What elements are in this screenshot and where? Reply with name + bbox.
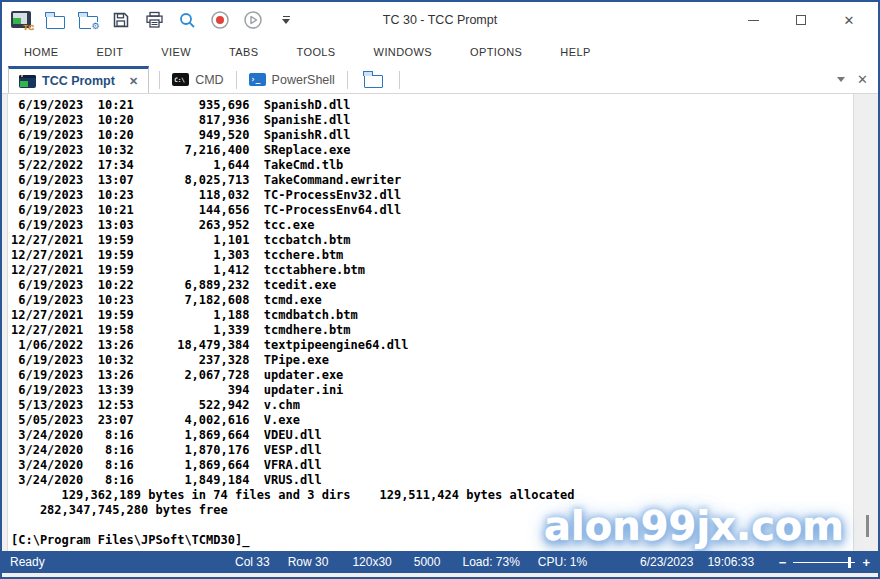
- new-tab-button[interactable]: [348, 66, 399, 93]
- zoom-slider: − +: [779, 556, 870, 569]
- zoom-out-button[interactable]: −: [779, 556, 787, 569]
- window-bottom-strip: [2, 573, 878, 577]
- tab-cmd[interactable]: C:\ CMD: [160, 66, 235, 93]
- statusbar: Ready Col 33 Row 30 120x30 5000 Load: 73…: [2, 551, 878, 573]
- tcmd-app-icon[interactable]: TC: [10, 9, 34, 31]
- tcc-window: TC ⚙ TC 30 - TCC Prompt: [0, 0, 880, 579]
- menu-edit[interactable]: EDIT: [97, 46, 124, 58]
- quick-access-toolbar: TC ⚙: [2, 9, 298, 31]
- titlebar: TC ⚙ TC 30 - TCC Prompt: [2, 2, 878, 38]
- new-tab-folder-icon: [364, 75, 383, 88]
- find-icon[interactable]: [175, 9, 199, 31]
- window-controls: ✕: [744, 11, 878, 29]
- menu-help[interactable]: HELP: [560, 46, 590, 58]
- terminal[interactable]: 6/19/2023 10:21 935,696 SpanishD.dll 6/1…: [7, 94, 854, 551]
- tab-separator: [399, 71, 400, 89]
- status-col: Col 33: [235, 555, 270, 569]
- cursor: _: [242, 533, 249, 547]
- scrollbar-thumb[interactable]: [866, 515, 869, 537]
- prompt: [C:\Program Files\JPSoft\TCMD30]: [11, 533, 242, 547]
- tab-label: CMD: [195, 73, 223, 87]
- tab-powershell[interactable]: ›_ PowerShell: [237, 66, 347, 93]
- status-load: Load: 73%: [462, 555, 519, 569]
- tab-close-icon[interactable]: ✕: [129, 75, 138, 88]
- status-row: Row 30: [288, 555, 329, 569]
- save-icon[interactable]: [109, 9, 133, 31]
- status-middle: Col 33 Row 30 120x30 5000 Load: 73% CPU:…: [235, 555, 587, 569]
- tab-list-dropdown-icon[interactable]: [837, 77, 845, 82]
- tabbar: TCC Prompt ✕ C:\ CMD ›_ PowerShell ✕: [2, 66, 878, 94]
- menubar: HOME EDIT VIEW TABS TOOLS WINDOWS OPTION…: [2, 38, 878, 66]
- status-console-size: 120x30: [352, 555, 391, 569]
- close-tab-icon[interactable]: ✕: [857, 72, 868, 87]
- tab-label: TCC Prompt: [42, 74, 115, 88]
- status-time: 19:06:33: [707, 555, 754, 569]
- menu-windows[interactable]: WINDOWS: [374, 46, 432, 58]
- play-icon[interactable]: [241, 9, 265, 31]
- zoom-in-button[interactable]: +: [862, 556, 870, 569]
- menu-view[interactable]: VIEW: [161, 46, 191, 58]
- tcc-icon: [19, 75, 36, 88]
- status-buffer: 5000: [414, 555, 441, 569]
- menu-tabs[interactable]: TABS: [229, 46, 259, 58]
- status-cpu: CPU: 1%: [538, 555, 587, 569]
- minimize-icon[interactable]: [744, 11, 762, 29]
- tab-label: PowerShell: [272, 73, 335, 87]
- terminal-text: 6/19/2023 10:21 935,696 SpanishD.dll 6/1…: [8, 94, 853, 548]
- scrollbar-track[interactable]: [854, 94, 878, 551]
- powershell-icon: ›_: [249, 73, 266, 86]
- zoom-track[interactable]: [793, 562, 855, 563]
- close-icon[interactable]: ✕: [840, 11, 858, 29]
- tabbar-right-controls: ✕: [837, 72, 878, 87]
- status-date: 6/23/2023: [640, 555, 693, 569]
- menu-options[interactable]: OPTIONS: [470, 46, 522, 58]
- open-folder-icon[interactable]: [43, 9, 67, 31]
- status-ready: Ready: [10, 555, 45, 569]
- folder-settings-icon[interactable]: ⚙: [76, 9, 100, 31]
- status-datetime: 6/23/2023 19:06:33: [640, 555, 754, 569]
- record-icon[interactable]: [208, 9, 232, 31]
- toolbar-overflow-icon[interactable]: [274, 9, 298, 31]
- menu-home[interactable]: HOME: [24, 46, 59, 58]
- tab-tcc-prompt[interactable]: TCC Prompt ✕: [8, 66, 149, 93]
- cmd-icon: C:\: [172, 73, 189, 86]
- console-area: 6/19/2023 10:21 935,696 SpanishD.dll 6/1…: [2, 94, 878, 551]
- zoom-thumb[interactable]: [848, 557, 851, 568]
- maximize-icon[interactable]: [792, 11, 810, 29]
- menu-tools[interactable]: TOOLS: [297, 46, 336, 58]
- print-icon[interactable]: [142, 9, 166, 31]
